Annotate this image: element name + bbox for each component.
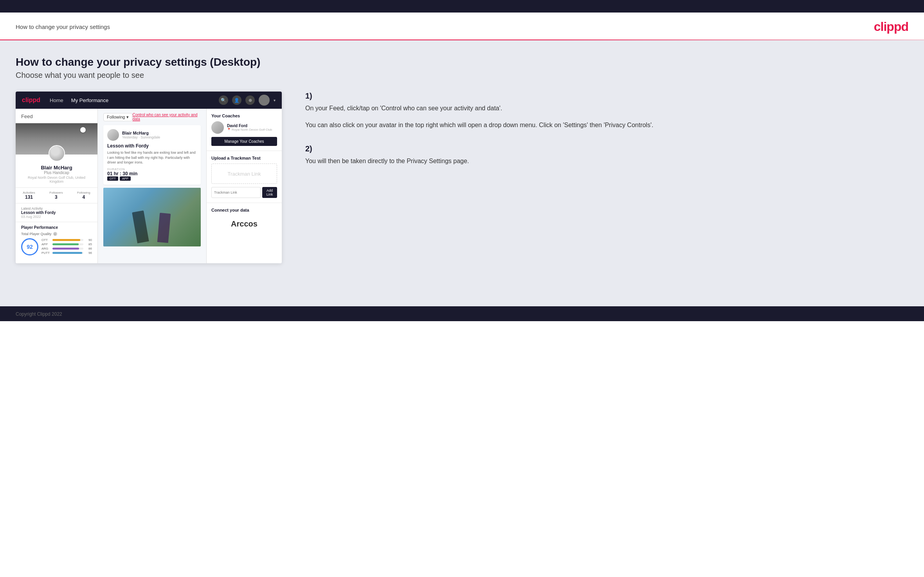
profile-handicap: Plus Handicap	[20, 171, 93, 175]
golf-ball	[80, 127, 86, 133]
golfer-silhouette-2	[157, 213, 171, 243]
trackman-placeholder-text: Trackman Link	[228, 171, 261, 177]
plus-icon[interactable]: ⊕	[245, 95, 255, 105]
step-1-text: On your Feed, click/tap on 'Control who …	[305, 104, 908, 113]
post-meta: Blair McHarg Yesterday · Sunningdale	[122, 131, 197, 139]
tag-ott: OTT	[107, 176, 118, 181]
stat-followers-label: Followers	[49, 191, 63, 194]
post-image	[103, 188, 201, 246]
post-title: Lesson with Fordy	[107, 143, 197, 149]
header: How to change your privacy settings clip…	[0, 13, 924, 40]
feed-post: Blair McHarg Yesterday · Sunningdale Les…	[103, 125, 201, 185]
bar-putt: PUTT 96	[41, 251, 92, 255]
user-icon[interactable]: 👤	[232, 95, 241, 105]
tpq-score: 92	[21, 238, 38, 255]
bar-ott: OTT 90	[41, 238, 92, 242]
page-subheading: Choose what you want people to see	[16, 71, 908, 80]
trackman-input[interactable]	[211, 187, 261, 198]
tpq-row: 92 OTT 90 APP 85	[21, 238, 92, 255]
nav-link-my-performance[interactable]: My Performance	[71, 97, 108, 103]
latest-activity-name: Lesson with Fordy	[21, 210, 92, 215]
following-button[interactable]: Following ▾	[103, 113, 132, 121]
stat-followers: Followers 3	[49, 191, 63, 200]
main-content: How to change your privacy settings (Des…	[0, 40, 924, 306]
clippd-logo: clippd	[874, 20, 908, 34]
left-panel: Feed Blair McHarg Plus Handicap Royal No…	[16, 109, 98, 263]
avatar-inner	[49, 146, 64, 161]
stat-followers-value: 3	[49, 194, 63, 200]
top-bar	[0, 0, 924, 13]
golfer-silhouette-1	[132, 210, 149, 243]
tag-app: APP	[120, 176, 131, 181]
stat-activities: Activities 131	[23, 191, 35, 200]
app-nav-links: Home My Performance	[50, 97, 219, 103]
profile-club: Royal North Devon Golf Club, United King…	[20, 176, 93, 183]
post-author-name: Blair McHarg	[122, 131, 197, 135]
instruction-step-2: 2) You will then be taken directly to th…	[305, 144, 908, 166]
nav-chevron: ▾	[274, 98, 276, 102]
bar-app: APP 85	[41, 243, 92, 246]
stat-activities-label: Activities	[23, 191, 35, 194]
step-1-number: 1)	[305, 92, 908, 101]
bar-arg: ARG 86	[41, 247, 92, 250]
trackman-title: Upload a Trackman Test	[211, 156, 277, 160]
arccos-logo: Arccos	[211, 216, 277, 232]
control-privacy-link[interactable]: Control who can see your activity and da…	[132, 113, 201, 121]
stat-following-label: Following	[77, 191, 90, 194]
app-nav-icons: 🔍 👤 ⊕ ▾	[219, 95, 276, 106]
nav-link-home[interactable]: Home	[50, 97, 63, 103]
latest-activity: Latest Activity Lesson with Fordy 03 Aug…	[16, 203, 97, 222]
stat-activities-value: 131	[23, 194, 35, 200]
latest-activity-label: Latest Activity	[21, 207, 92, 210]
coaches-section: Your Coaches David Ford 📍 Royal North De…	[207, 109, 282, 151]
tpq-label: Total Player Quality i	[21, 232, 92, 236]
right-panel: Your Coaches David Ford 📍 Royal North De…	[207, 109, 282, 263]
two-column-layout: clippd Home My Performance 🔍 👤 ⊕ ▾ Feed	[16, 92, 908, 263]
step-1-text-extra: You can also click on your avatar in the…	[305, 120, 908, 130]
manage-coaches-button[interactable]: Manage Your Coaches	[211, 137, 277, 146]
following-row: Following ▾ Control who can see your act…	[103, 113, 201, 121]
profile-banner	[16, 123, 97, 155]
latest-activity-date: 03 Aug 2022	[21, 215, 92, 219]
search-icon[interactable]: 🔍	[219, 95, 228, 105]
coach-avatar	[211, 121, 224, 134]
app-mockup: clippd Home My Performance 🔍 👤 ⊕ ▾ Feed	[16, 92, 282, 263]
profile-stats: Activities 131 Followers 3 Following 4	[16, 188, 97, 203]
instruction-step-1: 1) On your Feed, click/tap on 'Control w…	[305, 92, 908, 130]
feed-label: Feed	[16, 113, 97, 123]
coaches-title: Your Coaches	[211, 113, 277, 118]
nav-avatar[interactable]	[259, 95, 270, 106]
performance-title: Player Performance	[21, 225, 92, 230]
coach-name: David Ford	[227, 124, 277, 128]
app-body: Feed Blair McHarg Plus Handicap Royal No…	[16, 109, 282, 263]
post-author-avatar	[107, 129, 119, 141]
stat-following-value: 4	[77, 194, 90, 200]
step-2-text: You will then be taken directly to the P…	[305, 156, 908, 166]
coach-info: David Ford 📍 Royal North Devon Golf Club	[227, 124, 277, 131]
copyright: Copyright Clippd 2022	[16, 311, 62, 317]
info-icon: i	[53, 232, 57, 236]
breadcrumb: How to change your privacy settings	[16, 23, 110, 30]
trackman-input-row: Add Link	[211, 187, 277, 198]
page-heading: How to change your privacy settings (Des…	[16, 56, 908, 68]
post-date: Yesterday · Sunningdale	[122, 135, 197, 139]
connect-title: Connect your data	[211, 208, 277, 212]
app-nav-logo: clippd	[22, 97, 40, 104]
add-link-button[interactable]: Add Link	[262, 187, 277, 198]
profile-name: Blair McHarg	[20, 165, 93, 171]
profile-avatar	[49, 145, 65, 162]
instructions: 1) On your Feed, click/tap on 'Control w…	[297, 92, 908, 180]
duration-label: Duration	[107, 167, 197, 171]
post-header: Blair McHarg Yesterday · Sunningdale	[107, 129, 197, 141]
step-2-number: 2)	[305, 144, 908, 153]
duration-time: 01 hr : 30 min	[107, 171, 197, 176]
app-nav: clippd Home My Performance 🔍 👤 ⊕ ▾	[16, 92, 282, 109]
stat-following: Following 4	[77, 191, 90, 200]
tag-row: OTT APP	[107, 176, 197, 181]
footer: Copyright Clippd 2022	[0, 306, 924, 321]
trackman-placeholder-box: Trackman Link	[211, 164, 277, 184]
center-feed: Following ▾ Control who can see your act…	[98, 109, 207, 263]
annotation-line-h	[206, 116, 207, 117]
coach-club: 📍 Royal North Devon Golf Club	[227, 128, 277, 131]
trackman-section: Upload a Trackman Test Trackman Link Add…	[207, 151, 282, 203]
